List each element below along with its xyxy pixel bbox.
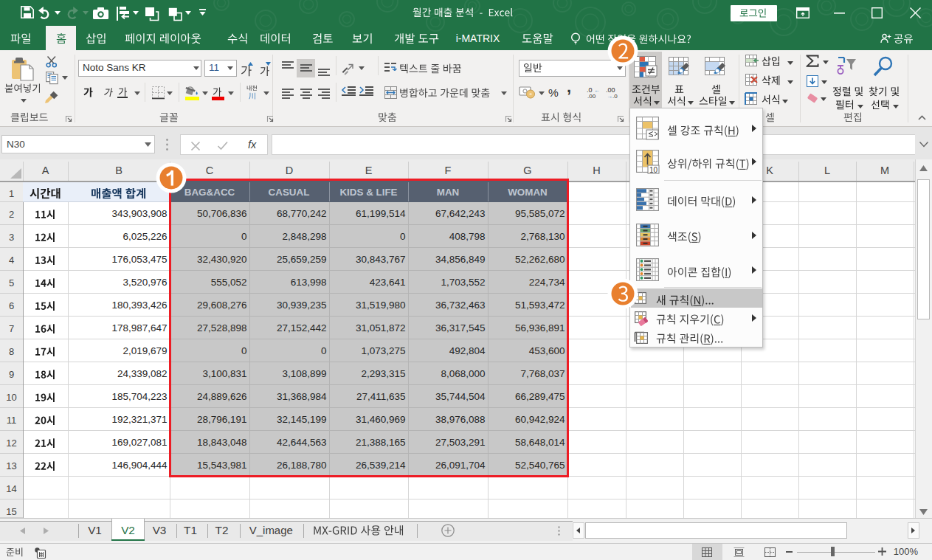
svg-text:10: 10 [649, 166, 658, 174]
svg-text:.00: .00 [587, 93, 596, 100]
svg-text:→: → [607, 93, 612, 100]
svg-text:.0: .0 [612, 93, 618, 100]
